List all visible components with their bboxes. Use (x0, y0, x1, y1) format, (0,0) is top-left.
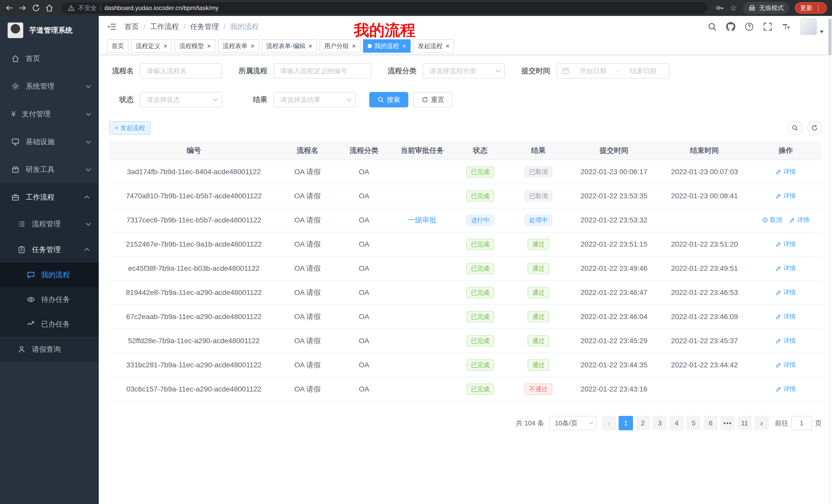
bookmark-star-icon[interactable]: ☆ (730, 4, 737, 12)
sidebar-item-system[interactable]: 系统管理 (0, 73, 99, 100)
detail-link[interactable]: 详情 (776, 337, 796, 345)
tab-initiate-process[interactable]: 发起流程 × (413, 39, 454, 53)
process-name-input[interactable] (140, 63, 222, 79)
current-task-link[interactable]: 一级审批 (408, 216, 437, 224)
font-size-icon[interactable] (782, 22, 791, 31)
result-select[interactable]: 请选择流结果 (274, 92, 356, 107)
sidebar-item-process-management[interactable]: 流程管理 (0, 211, 99, 237)
sidebar-item-task-management[interactable]: 任务管理 (0, 237, 99, 262)
cell-end-time: 2022-01-22 23:49:51 (659, 256, 750, 281)
show-search-button[interactable] (788, 121, 802, 135)
process-name-label: 流程名 (109, 66, 134, 76)
close-icon[interactable]: × (446, 43, 449, 49)
tab-process-definition[interactable]: 流程定义 × (131, 39, 172, 53)
github-icon[interactable] (726, 22, 735, 31)
tab-process-form[interactable]: 流程表单 × (218, 39, 259, 53)
goto-page-input[interactable] (791, 416, 812, 430)
end-date-placeholder[interactable]: 结束日期 (622, 66, 664, 76)
page-button-2[interactable]: 2 (635, 416, 650, 430)
detail-link[interactable]: 详情 (776, 385, 796, 393)
browser-home-icon[interactable] (45, 4, 53, 12)
filter-row-2: 状态 请选择状态 结果 请选择流结果 (109, 92, 822, 107)
cell-submit-time: 2022-01-22 23:46:47 (569, 281, 659, 305)
page-size-select[interactable]: 10条/页 (549, 416, 597, 430)
search-icon[interactable] (707, 22, 717, 31)
total-count: 共 104 条 (516, 419, 544, 428)
cell-id: 67c2eaab-7b9a-11ec-a290-acde48001122 (109, 305, 279, 329)
process-definition-input[interactable] (274, 63, 371, 79)
prev-page-button[interactable]: ‹ (602, 416, 616, 430)
app-logo (7, 22, 24, 38)
tab-user-group[interactable]: 用户分组 × (319, 39, 361, 53)
tab-process-form-edit[interactable]: 流程表单-编辑 × (262, 39, 317, 53)
breadcrumb-workflow[interactable]: 工作流程 (150, 22, 190, 32)
detail-link[interactable]: 详情 (776, 192, 796, 200)
close-icon[interactable]: × (352, 43, 356, 49)
reset-button[interactable]: 重置 (413, 92, 452, 107)
password-key-icon[interactable] (716, 4, 724, 12)
sidebar-item-devtools[interactable]: 研发工具 (0, 156, 99, 184)
header-actions (707, 18, 824, 35)
browser-reload-icon[interactable] (32, 4, 40, 12)
breadcrumb-task-management[interactable]: 任务管理 (190, 22, 230, 32)
sidebar-item-infrastructure[interactable]: 基础设施 (0, 128, 99, 156)
sidebar-item-done-tasks[interactable]: 已办任务 (0, 312, 99, 337)
cancel-link[interactable]: 取消 (762, 216, 782, 224)
detail-link[interactable]: 详情 (776, 167, 796, 176)
close-icon[interactable]: × (309, 43, 312, 49)
more-pages-icon[interactable]: ••• (721, 416, 735, 430)
hamburger-icon[interactable] (107, 22, 116, 31)
sidebar-item-my-process[interactable]: 我的流程 (0, 262, 99, 287)
tab-home[interactable]: 首页 (107, 39, 129, 53)
close-icon[interactable]: × (207, 43, 211, 49)
sidebar-item-payment[interactable]: ¥ 支付管理 (0, 100, 99, 128)
close-icon[interactable]: × (251, 43, 254, 49)
page-button-3[interactable]: 3 (653, 416, 667, 430)
breadcrumb-home[interactable]: 首页 (125, 22, 150, 32)
browser-update-button[interactable]: 更新 ⋮ (795, 2, 827, 13)
page-button-11[interactable]: 11 (737, 416, 752, 430)
detail-link[interactable]: 详情 (776, 288, 796, 297)
start-date-placeholder[interactable]: 开始日期 (572, 66, 614, 76)
browser-menu-icon[interactable]: ⋮ (815, 5, 822, 11)
scrollbar-thumb[interactable] (828, 19, 831, 55)
refresh-table-button[interactable] (807, 121, 822, 135)
fullscreen-icon[interactable] (763, 22, 772, 31)
page-button-1[interactable]: 1 (619, 416, 633, 430)
next-page-button[interactable]: › (754, 416, 769, 430)
url-text[interactable]: dashboard.yudao.iocoder.cn/bpm/task/my (104, 4, 218, 11)
security-label[interactable]: 不安全 (78, 4, 97, 12)
scrollbar-track[interactable] (828, 16, 832, 504)
sidebar-item-todo-tasks[interactable]: 待办任务 (0, 287, 99, 312)
detail-link[interactable]: 详情 (789, 216, 809, 224)
cell-end-time (659, 377, 750, 401)
app-logo-row[interactable]: 芋道管理系统 (0, 16, 99, 45)
page-button-6[interactable]: 6 (703, 416, 718, 430)
avatar[interactable] (800, 18, 817, 35)
detail-link[interactable]: 详情 (776, 240, 796, 248)
detail-link[interactable]: 详情 (776, 312, 796, 320)
table-row: 2152467e-7b9b-11ec-9a1b-acde48001122 OA … (109, 232, 822, 256)
status-select[interactable]: 请选择状态 (140, 92, 222, 107)
process-category-select[interactable]: 请选择流程分类 (423, 63, 505, 79)
search-button[interactable]: 搜索 (369, 92, 408, 107)
browser-back-icon[interactable] (5, 4, 14, 12)
cell-name: OA 请假 (279, 256, 336, 281)
sidebar-item-home[interactable]: 首页 (0, 45, 99, 73)
date-range-picker[interactable]: 开始日期 - 结束日期 (556, 63, 670, 79)
page-button-4[interactable]: 4 (670, 416, 684, 430)
detail-link[interactable]: 详情 (776, 361, 796, 369)
sidebar-item-workflow[interactable]: 工作流程 (0, 184, 99, 211)
browser-forward-icon[interactable] (19, 4, 27, 12)
close-icon[interactable]: × (402, 43, 406, 49)
sidebar-item-leave-query[interactable]: 请假查询 (0, 337, 99, 362)
page-button-5[interactable]: 5 (686, 416, 701, 430)
initiate-process-button[interactable]: + 发起流程 (109, 121, 151, 135)
help-icon[interactable] (745, 22, 754, 31)
close-icon[interactable]: × (163, 43, 167, 49)
tab-my-process[interactable]: 我的流程 × (363, 39, 411, 53)
detail-link[interactable]: 详情 (776, 264, 796, 272)
tab-process-model[interactable]: 流程模型 × (175, 39, 215, 53)
address-bar[interactable]: 不安全 dashboard.yudao.iocoder.cn/bpm/task/… (62, 2, 707, 13)
user-menu[interactable] (800, 18, 824, 35)
